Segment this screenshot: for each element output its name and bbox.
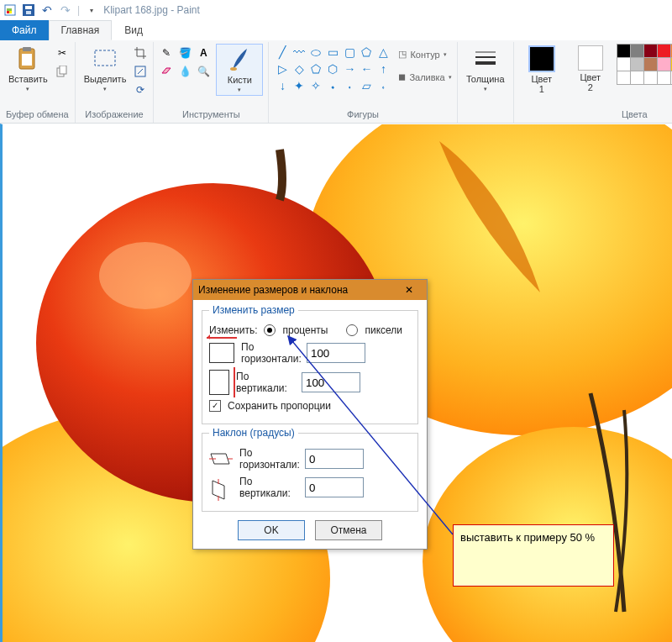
chevron-down-icon: ▾	[26, 86, 29, 92]
chevron-down-icon: ▾	[238, 87, 241, 93]
ribbon-group-label: Изображение	[85, 108, 143, 123]
palette-swatch[interactable]	[630, 57, 644, 71]
palette-swatch[interactable]	[643, 44, 658, 58]
select-button[interactable]: Выделить ▾	[81, 44, 130, 94]
resize-vertical-input[interactable]	[302, 372, 360, 392]
keep-aspect-checkbox[interactable]: ✓	[209, 400, 221, 412]
palette-swatch[interactable]	[657, 57, 671, 71]
file-menu[interactable]: Файл	[0, 20, 49, 40]
color-palette[interactable]	[617, 44, 672, 83]
outline-icon: ◳	[398, 49, 407, 60]
cancel-button[interactable]: Отмена	[315, 520, 382, 540]
color1-button[interactable]: Цвет 1	[519, 44, 564, 96]
chevron-down-icon: ▾	[484, 86, 487, 92]
crop-icon[interactable]	[133, 45, 148, 61]
cut-icon[interactable]: ✂	[55, 45, 70, 61]
palette-swatch[interactable]	[630, 71, 644, 85]
qat-dropdown-icon[interactable]: ▾	[85, 3, 98, 17]
resize-icon[interactable]	[133, 64, 148, 79]
skew-vertical-icon	[209, 479, 233, 496]
dialog-title-bar[interactable]: Изменение размеров и наклона ✕	[193, 280, 427, 300]
thickness-button[interactable]: Толщина ▾	[463, 44, 508, 94]
palette-swatch[interactable]	[657, 44, 671, 58]
fill-icon[interactable]: 🪣	[177, 45, 192, 61]
brush-icon	[226, 46, 253, 73]
canvas-area[interactable]: Изменение размеров и наклона ✕ Изменить …	[0, 124, 672, 642]
ok-button[interactable]: OK	[238, 520, 305, 540]
svg-rect-8	[23, 47, 31, 51]
color2-button[interactable]: Цвет 2	[568, 44, 613, 94]
change-by-label: Изменить:	[209, 324, 257, 336]
color1-swatch	[528, 45, 555, 72]
separator: |	[77, 4, 80, 16]
resize-fieldset: Изменить размер Изменить: проценты пиксе…	[202, 310, 418, 424]
dialog-title: Изменение размеров и наклона	[198, 284, 348, 296]
close-icon[interactable]: ✕	[396, 284, 422, 296]
palette-swatch[interactable]	[617, 57, 631, 71]
annotation-text: выставить к примеру 50 %	[460, 531, 595, 544]
ribbon-group-image: Выделить ▾ ⟳ Изображение	[76, 42, 155, 123]
svg-point-14	[230, 67, 237, 71]
resize-horizontal-input[interactable]	[307, 343, 365, 363]
shapes-gallery[interactable]: ╱〰⬭▭▢⬠△ ▷◇⬠⬡→←↑ ↓✦✧⬩⬪▱⬫	[274, 44, 391, 94]
color2-swatch	[578, 45, 603, 71]
title-bar: ↶ ↷ | ▾ Klipart 168.jpg - Paint	[0, 0, 672, 20]
resize-horizontal-icon	[209, 343, 234, 363]
pencil-icon[interactable]: ✎	[159, 45, 174, 61]
palette-swatch[interactable]	[630, 44, 644, 58]
eraser-icon[interactable]	[159, 64, 174, 79]
redo-icon[interactable]: ↷	[59, 3, 72, 17]
tab-view[interactable]: Вид	[112, 20, 155, 40]
app-icon	[3, 3, 17, 17]
undo-icon[interactable]: ↶	[40, 3, 54, 17]
chevron-down-icon: ▾	[103, 86, 107, 92]
palette-swatch[interactable]	[643, 57, 658, 71]
tab-home[interactable]: Главная	[49, 20, 113, 40]
svg-rect-6	[26, 11, 31, 14]
resize-skew-dialog: Изменение размеров и наклона ✕ Изменить …	[192, 279, 428, 550]
paste-button[interactable]: Вставить ▾	[5, 44, 51, 94]
copy-icon[interactable]	[55, 64, 70, 79]
magnifier-icon[interactable]: 🔍	[196, 64, 211, 79]
rotate-icon[interactable]: ⟳	[133, 82, 148, 97]
skew-fieldset: Наклон (градусы) По горизонтали: По верт…	[202, 433, 418, 512]
palette-swatch[interactable]	[643, 71, 658, 85]
radio-pixels[interactable]	[346, 324, 358, 336]
palette-swatch[interactable]	[617, 44, 631, 58]
ribbon-group-size: Толщина ▾	[458, 42, 514, 123]
select-icon	[92, 45, 118, 72]
ribbon-group-clipboard: Вставить ▾ ✂ Буфер обмена	[0, 42, 76, 123]
skew-horizontal-label: По горизонтали:	[239, 447, 298, 471]
ribbon-group-shapes: ╱〰⬭▭▢⬠△ ▷◇⬠⬡→←↑ ↓✦✧⬩⬪▱⬫ ◳Контур▾ ◼Заливк…	[269, 42, 457, 123]
radio-percent-label: проценты	[282, 324, 328, 336]
shape-outline[interactable]: ◳Контур▾	[398, 49, 451, 60]
ribbon-group-label: Цвета	[622, 108, 648, 123]
svg-point-23	[99, 242, 192, 309]
palette-swatch[interactable]	[657, 71, 671, 85]
skew-vertical-input[interactable]	[305, 477, 364, 497]
ribbon-group-colors: Цвет 1 Цвет 2 Цвета	[514, 42, 672, 123]
picker-icon[interactable]: 💧	[177, 64, 192, 79]
fieldset-legend: Изменить размер	[209, 304, 298, 316]
fill-shape-icon: ◼	[398, 71, 406, 82]
svg-rect-2	[9, 11, 12, 13]
shape-fill[interactable]: ◼Заливка▾	[398, 71, 451, 82]
skew-horizontal-icon	[209, 450, 233, 467]
skew-vertical-label: По вертикали:	[239, 476, 298, 499]
menu-row: Файл Главная Вид	[0, 20, 672, 40]
radio-pixels-label: пиксели	[365, 324, 402, 336]
ribbon: Вставить ▾ ✂ Буфер обмена Выделить ▾	[0, 40, 672, 124]
svg-rect-11	[60, 66, 66, 74]
brushes-button[interactable]: Кисти ▾	[216, 44, 263, 96]
svg-rect-9	[22, 54, 32, 66]
ribbon-group-tools: ✎ 🪣 A 💧 🔍 Кисти ▾ Инструменты	[154, 42, 269, 123]
svg-rect-1	[7, 11, 9, 13]
ribbon-group-label: Инструменты	[182, 108, 240, 123]
ribbon-group-label: Буфер обмена	[6, 108, 69, 123]
palette-swatch[interactable]	[617, 71, 631, 85]
skew-horizontal-input[interactable]	[305, 449, 364, 469]
resize-vertical-icon	[209, 370, 229, 395]
text-icon[interactable]: A	[196, 45, 211, 61]
save-icon[interactable]	[22, 3, 35, 17]
radio-percent[interactable]	[264, 324, 276, 336]
